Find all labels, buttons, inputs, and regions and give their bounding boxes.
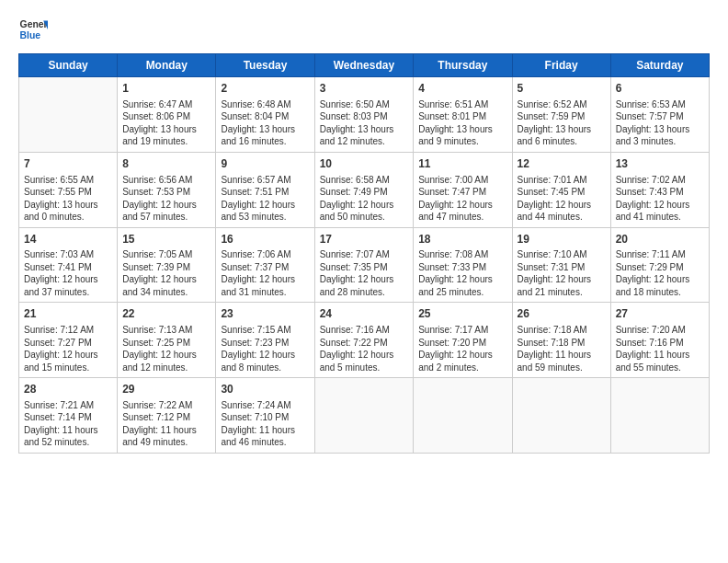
cell-line: and 55 minutes. — [616, 362, 704, 374]
cell-line: Sunrise: 7:01 AM — [518, 174, 606, 187]
calendar-cell: 11Sunrise: 7:00 AMSunset: 7:47 PMDayligh… — [414, 152, 512, 227]
cell-line: and 44 minutes. — [518, 211, 606, 224]
day-number: 3 — [320, 81, 409, 97]
day-number: 11 — [418, 156, 506, 172]
calendar-cell — [610, 378, 709, 454]
day-number: 2 — [221, 81, 309, 97]
calendar-cell: 14Sunrise: 7:03 AMSunset: 7:41 PMDayligh… — [19, 227, 118, 303]
cell-line: and 57 minutes. — [122, 211, 210, 224]
calendar-cell: 1Sunrise: 6:47 AMSunset: 8:06 PMDaylight… — [118, 77, 216, 153]
calendar-cell: 13Sunrise: 7:02 AMSunset: 7:43 PMDayligh… — [610, 152, 709, 227]
header: General Blue — [18, 15, 710, 44]
cell-line: Sunset: 7:22 PM — [320, 337, 409, 350]
cell-line: Daylight: 12 hours — [122, 199, 210, 212]
cell-line: Sunrise: 7:08 AM — [418, 248, 506, 261]
cell-line: Sunset: 7:25 PM — [122, 337, 210, 350]
cell-line: Sunrise: 7:05 AM — [122, 248, 210, 261]
calendar-day-header: Tuesday — [216, 54, 314, 77]
day-number: 6 — [616, 81, 704, 97]
cell-line: Sunset: 8:03 PM — [320, 110, 409, 123]
cell-line: Sunset: 7:27 PM — [24, 337, 112, 350]
cell-line: Daylight: 13 hours — [221, 123, 309, 136]
cell-line: and 18 minutes. — [616, 286, 704, 299]
day-number: 17 — [320, 232, 409, 247]
day-number: 12 — [518, 156, 606, 172]
logo: General Blue — [18, 15, 48, 44]
cell-line: Sunrise: 7:12 AM — [24, 324, 112, 337]
cell-line: Sunset: 7:10 PM — [221, 411, 309, 424]
day-number: 18 — [418, 232, 506, 247]
calendar-day-header: Sunday — [19, 54, 118, 77]
cell-line: Daylight: 12 hours — [418, 199, 506, 212]
day-number: 27 — [616, 306, 704, 322]
calendar-week-row: 7Sunrise: 6:55 AMSunset: 7:55 PMDaylight… — [19, 152, 710, 227]
calendar-cell — [414, 378, 512, 454]
calendar-cell: 18Sunrise: 7:08 AMSunset: 7:33 PMDayligh… — [414, 227, 512, 303]
calendar-cell: 29Sunrise: 7:22 AMSunset: 7:12 PMDayligh… — [118, 378, 216, 454]
cell-line: Daylight: 13 hours — [418, 123, 506, 136]
cell-line: and 15 minutes. — [24, 362, 112, 374]
cell-line: Sunset: 7:29 PM — [616, 261, 704, 274]
cell-line: Daylight: 11 hours — [24, 424, 112, 437]
calendar-week-row: 28Sunrise: 7:21 AMSunset: 7:14 PMDayligh… — [19, 378, 710, 454]
cell-line: and 9 minutes. — [418, 135, 506, 148]
calendar-day-header: Wednesday — [314, 54, 414, 77]
calendar-cell: 23Sunrise: 7:15 AMSunset: 7:23 PMDayligh… — [216, 303, 314, 378]
calendar-day-header: Saturday — [610, 54, 709, 77]
cell-line: and 6 minutes. — [518, 135, 606, 148]
cell-line: Sunset: 7:33 PM — [418, 261, 506, 274]
day-number: 13 — [616, 156, 704, 172]
cell-line: and 47 minutes. — [418, 211, 506, 224]
day-number: 16 — [221, 232, 309, 247]
cell-line: Sunset: 7:51 PM — [221, 186, 309, 199]
cell-line: Sunset: 7:53 PM — [122, 186, 210, 199]
day-number: 5 — [518, 81, 606, 97]
cell-line: Daylight: 12 hours — [518, 273, 606, 286]
cell-line: Sunrise: 7:06 AM — [221, 248, 309, 261]
cell-line: Sunset: 7:23 PM — [221, 337, 309, 350]
cell-line: Daylight: 12 hours — [616, 199, 704, 212]
day-number: 4 — [418, 81, 506, 97]
day-number: 8 — [122, 156, 210, 172]
cell-line: and 16 minutes. — [221, 135, 309, 148]
cell-line: Sunrise: 7:15 AM — [221, 324, 309, 337]
calendar-cell: 12Sunrise: 7:01 AMSunset: 7:45 PMDayligh… — [512, 152, 610, 227]
cell-line: Sunset: 7:14 PM — [24, 411, 112, 424]
calendar-cell: 2Sunrise: 6:48 AMSunset: 8:04 PMDaylight… — [216, 77, 314, 153]
cell-line: and 12 minutes. — [122, 362, 210, 374]
calendar-cell: 6Sunrise: 6:53 AMSunset: 7:57 PMDaylight… — [610, 77, 709, 153]
cell-line: Sunset: 7:12 PM — [122, 411, 210, 424]
cell-line: and 50 minutes. — [320, 211, 409, 224]
day-number: 28 — [24, 382, 112, 397]
calendar-cell: 20Sunrise: 7:11 AMSunset: 7:29 PMDayligh… — [610, 227, 709, 303]
calendar-cell: 26Sunrise: 7:18 AMSunset: 7:18 PMDayligh… — [512, 303, 610, 378]
day-number: 24 — [320, 306, 409, 322]
cell-line: Sunrise: 7:07 AM — [320, 248, 409, 261]
cell-line: Daylight: 12 hours — [221, 199, 309, 212]
day-number: 22 — [122, 306, 210, 322]
cell-line: Daylight: 11 hours — [616, 349, 704, 362]
cell-line: Sunrise: 6:50 AM — [320, 98, 409, 111]
cell-line: Daylight: 12 hours — [320, 199, 409, 212]
cell-line: Daylight: 12 hours — [518, 199, 606, 212]
calendar-week-row: 1Sunrise: 6:47 AMSunset: 8:06 PMDaylight… — [19, 77, 710, 153]
cell-line: and 19 minutes. — [122, 135, 210, 148]
day-number: 7 — [24, 156, 112, 172]
cell-line: and 21 minutes. — [518, 286, 606, 299]
svg-text:Blue: Blue — [20, 30, 41, 40]
cell-line: and 31 minutes. — [221, 286, 309, 299]
cell-line: and 59 minutes. — [518, 362, 606, 374]
cell-line: Daylight: 12 hours — [320, 273, 409, 286]
cell-line: Daylight: 13 hours — [24, 199, 112, 212]
cell-line: Daylight: 12 hours — [221, 349, 309, 362]
cell-line: Sunset: 7:55 PM — [24, 186, 112, 199]
day-number: 29 — [122, 382, 210, 397]
day-number: 14 — [24, 232, 112, 247]
cell-line: Sunset: 8:04 PM — [221, 110, 309, 123]
cell-line: Daylight: 12 hours — [418, 349, 506, 362]
cell-line: Sunset: 7:20 PM — [418, 337, 506, 350]
cell-line: Sunrise: 6:58 AM — [320, 174, 409, 187]
day-number: 23 — [221, 306, 309, 322]
calendar-cell: 25Sunrise: 7:17 AMSunset: 7:20 PMDayligh… — [414, 303, 512, 378]
cell-line: Sunset: 7:59 PM — [518, 110, 606, 123]
